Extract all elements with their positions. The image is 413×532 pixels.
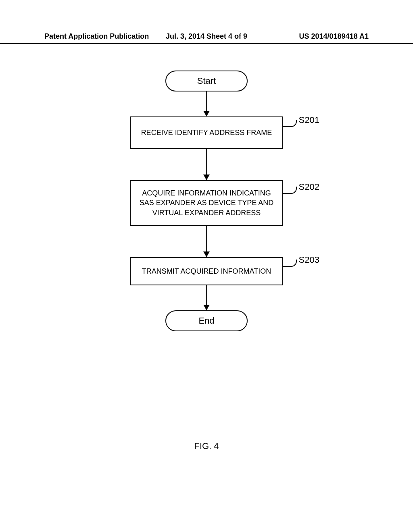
arrow bbox=[130, 285, 283, 310]
arrow-line-icon bbox=[206, 226, 207, 253]
arrow-line-icon bbox=[206, 149, 207, 176]
step-label-1: S201 bbox=[299, 114, 319, 126]
process-step-1: RECEIVE IDENTIFY ADDRESS FRAME S201 bbox=[130, 116, 283, 149]
arrow bbox=[130, 226, 283, 257]
end-terminator: End bbox=[165, 310, 248, 331]
process-text: ACQUIRE INFORMATION INDICATING SAS EXPAN… bbox=[135, 188, 278, 218]
arrow-down-icon bbox=[203, 111, 210, 116]
header-left: Patent Application Publication bbox=[44, 32, 149, 41]
arrow-down-icon bbox=[203, 175, 210, 180]
arrow bbox=[130, 149, 283, 180]
arrow-line-icon bbox=[206, 91, 207, 112]
step-label-3: S203 bbox=[299, 254, 319, 266]
arrow-down-icon bbox=[203, 251, 210, 257]
page-header: Patent Application Publication Jul. 3, 2… bbox=[0, 32, 413, 44]
process-step-3: TRANSMIT ACQUIRED INFORMATION S203 bbox=[130, 257, 283, 285]
arrow-down-icon bbox=[203, 305, 210, 310]
figure-label: FIG. 4 bbox=[0, 441, 413, 451]
process-text: RECEIVE IDENTIFY ADDRESS FRAME bbox=[141, 128, 272, 137]
arrow bbox=[130, 91, 283, 116]
connector-icon bbox=[282, 187, 297, 194]
end-label: End bbox=[198, 316, 214, 326]
step-label-2: S202 bbox=[299, 181, 319, 193]
connector-icon bbox=[282, 260, 297, 267]
flowchart-container: Start RECEIVE IDENTIFY ADDRESS FRAME S20… bbox=[0, 71, 413, 331]
process-step-2: ACQUIRE INFORMATION INDICATING SAS EXPAN… bbox=[130, 180, 283, 226]
process-text: TRANSMIT ACQUIRED INFORMATION bbox=[142, 266, 271, 276]
start-terminator: Start bbox=[165, 71, 248, 91]
flowchart-column: Start RECEIVE IDENTIFY ADDRESS FRAME S20… bbox=[130, 71, 283, 331]
start-label: Start bbox=[197, 76, 216, 86]
connector-icon bbox=[282, 120, 297, 127]
header-right: US 2014/0189418 A1 bbox=[299, 32, 369, 41]
arrow-line-icon bbox=[206, 285, 207, 306]
patent-page: Patent Application Publication Jul. 3, 2… bbox=[0, 0, 413, 532]
